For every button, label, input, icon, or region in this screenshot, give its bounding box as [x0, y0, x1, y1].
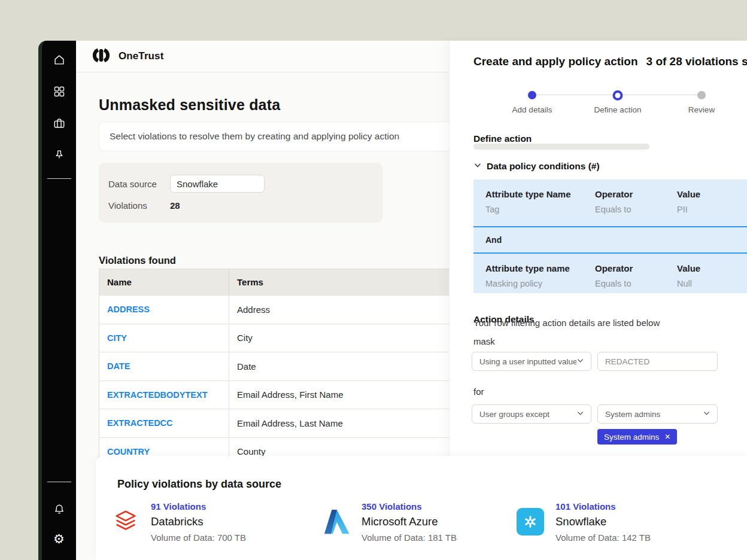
pin-icon[interactable] — [53, 148, 66, 162]
table-row: EXTRACTEDBODYTEXT Email Address, First N… — [99, 381, 482, 409]
violation-name-link[interactable]: DATE — [107, 361, 130, 371]
condition-value-value: PII — [677, 205, 747, 214]
table-row: DATE Date — [99, 352, 482, 381]
action-details-description: Your row filtering action details are li… — [473, 318, 660, 328]
briefcase-icon[interactable] — [53, 117, 66, 130]
violations-count-link[interactable]: 350 Violations — [362, 501, 457, 512]
violation-terms: Address — [237, 305, 270, 315]
data-source-row: Data source — [108, 175, 373, 193]
violation-name-link[interactable]: EXTRACTEDBODYTEXT — [107, 390, 208, 400]
mask-value-input[interactable] — [597, 352, 718, 371]
condition-row: Attribute type Name Tag Operator Equals … — [473, 179, 747, 226]
selected-group-chip: System admins ✕ — [597, 429, 677, 445]
policy-action-drawer: Create and apply policy action 3 of 28 v… — [449, 41, 747, 456]
condition-operator-label: Operator — [595, 189, 677, 199]
step-dot-add-details — [528, 91, 536, 99]
conditions-box: Attribute type Name Tag Operator Equals … — [473, 179, 747, 293]
sidebar-bottom-group: ⚙ — [47, 482, 71, 560]
datasource-name: Databricks — [151, 515, 246, 528]
violation-terms: Email Address, Last Name — [237, 418, 343, 428]
condition-row: Attribute type name Masking policy Opera… — [473, 254, 747, 294]
bell-icon[interactable] — [53, 503, 66, 516]
chip-label: System admins — [604, 433, 659, 442]
condition-operator-label: Operator — [595, 263, 677, 273]
table-row: EXTRACTEDCC Email Address, Last Name — [99, 409, 482, 437]
violation-name-link[interactable]: COUNTRY — [107, 447, 150, 456]
column-header-name: Name — [99, 269, 229, 295]
violation-terms: City — [237, 333, 253, 343]
violation-terms: Email Address, First Name — [237, 389, 344, 400]
condition-value-label: Value — [677, 189, 747, 199]
apps-grid-icon[interactable] — [53, 85, 66, 98]
selection-summary: Data source Violations 28 — [99, 163, 382, 223]
brand-name: OneTrust — [119, 50, 163, 62]
datasource-card-azure: 350 Violations Microsoft Azure Volume of… — [322, 501, 457, 543]
violations-table: Name Terms ADDRESS Address CITY City DAT… — [99, 269, 483, 466]
group-method-value: User groups except — [479, 410, 549, 419]
violations-count-link[interactable]: 101 Violations — [555, 501, 651, 512]
violations-label: Violations — [108, 200, 170, 211]
table-row: ADDRESS Address — [99, 295, 482, 324]
datasource-card-snowflake: 101 Violations Snowflake Volume of Data:… — [516, 501, 651, 543]
page-title: Unmasked sensitive data — [99, 96, 280, 114]
drawer-title: Create and apply policy action 3 of 28 v… — [473, 55, 747, 68]
data-source-input[interactable] — [170, 175, 265, 193]
step-dot-review — [697, 91, 706, 99]
datasource-volume: Volume of Data: 181 TB — [362, 532, 457, 543]
violation-terms: County — [237, 446, 266, 456]
sidebar-divider-bottom — [47, 482, 71, 482]
home-icon[interactable] — [53, 53, 66, 66]
condition-connector: And — [473, 227, 747, 252]
data-source-label: Data source — [108, 179, 170, 189]
datasource-volume: Volume of Data: 700 TB — [151, 532, 246, 543]
chip-remove-icon[interactable]: ✕ — [664, 433, 670, 440]
step-label-add-details[interactable]: Add details — [512, 105, 552, 114]
violations-count-row: Violations 28 — [108, 200, 373, 211]
policy-violations-panel: Policy violations by data source 91 Viol… — [96, 456, 747, 560]
conditions-header[interactable]: Data policy conditions (#) — [473, 161, 600, 172]
databricks-logo-icon — [111, 507, 140, 536]
snowflake-logo-icon — [516, 507, 545, 536]
datasource-volume: Volume of Data: 142 TB — [555, 532, 651, 543]
group-value-select[interactable]: System admins — [597, 404, 718, 424]
mask-method-value: Using a user inputted value — [479, 357, 576, 366]
mask-method-select[interactable]: Using a user inputted value — [472, 352, 591, 371]
violation-terms: Date — [237, 361, 256, 372]
violations-count: 28 — [170, 200, 180, 211]
violations-table-header: Name Terms — [99, 269, 482, 295]
violation-name-link[interactable]: CITY — [107, 333, 127, 343]
violations-found-title: Violations found — [99, 255, 176, 266]
define-action-heading: Define action — [473, 133, 532, 144]
condition-value-label: Value — [677, 263, 747, 273]
bottom-panel-title: Policy violations by data source — [117, 478, 281, 491]
violation-name-link[interactable]: ADDRESS — [107, 305, 150, 314]
chevron-down-icon — [576, 357, 584, 366]
condition-attr-value: Masking policy — [485, 279, 595, 288]
group-value-text: System admins — [605, 410, 660, 419]
app-sidebar: ⚙ — [38, 41, 76, 560]
settings-gear-icon[interactable]: ⚙ — [53, 532, 66, 546]
for-label: for — [473, 386, 484, 397]
chevron-down-icon — [473, 161, 482, 172]
chevron-down-icon — [576, 409, 584, 419]
condition-value-value: Null — [677, 279, 747, 288]
condition-attr-value: Tag — [485, 205, 595, 214]
drawer-title-text: Create and apply policy action — [473, 55, 638, 68]
condition-operator-value: Equals to — [595, 279, 677, 288]
azure-logo-icon — [322, 507, 351, 536]
step-label-review[interactable]: Review — [688, 105, 715, 114]
sidebar-divider — [47, 178, 71, 179]
datasource-card-databricks: 91 Violations Databricks Volume of Data:… — [111, 501, 246, 543]
table-row: CITY City — [99, 324, 482, 352]
violation-name-link[interactable]: EXTRACTEDCC — [107, 418, 173, 428]
condition-attr-label: Attribute type name — [485, 263, 595, 273]
step-label-define-action[interactable]: Define action — [594, 105, 642, 114]
column-header-terms: Terms — [229, 269, 482, 295]
datasource-name: Snowflake — [555, 515, 651, 528]
condition-attr-label: Attribute type Name — [485, 189, 595, 199]
mask-label: mask — [473, 336, 495, 346]
condition-operator-value: Equals to — [595, 205, 677, 214]
violations-count-link[interactable]: 91 Violations — [151, 501, 246, 512]
group-method-select[interactable]: User groups except — [472, 404, 591, 424]
loading-progress-bar — [473, 144, 649, 150]
